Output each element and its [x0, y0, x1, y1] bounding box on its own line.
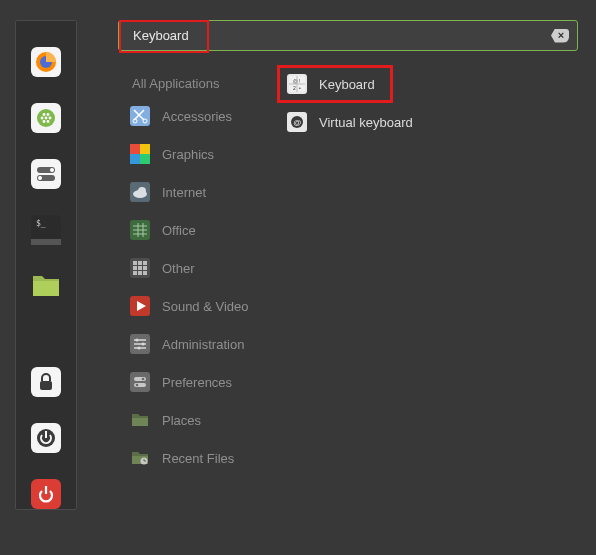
category-label: Sound & Video — [162, 299, 249, 314]
folder-icon — [130, 410, 150, 430]
category-internet[interactable]: Internet — [118, 173, 281, 211]
category-accessories[interactable]: Accessories — [118, 97, 281, 135]
svg-point-37 — [138, 187, 146, 195]
main-panel: All Applications Accessories Graphics In… — [118, 20, 583, 510]
category-label: Internet — [162, 185, 206, 200]
svg-rect-12 — [31, 159, 61, 189]
svg-point-61 — [142, 343, 145, 346]
sliders-icon — [130, 334, 150, 354]
svg-rect-48 — [133, 266, 137, 270]
category-label: Preferences — [162, 375, 232, 390]
svg-rect-49 — [138, 266, 142, 270]
clear-search-icon[interactable] — [551, 29, 569, 43]
svg-point-8 — [43, 113, 46, 116]
svg-point-65 — [142, 378, 145, 381]
category-label: Accessories — [162, 109, 232, 124]
svg-rect-32 — [140, 144, 150, 154]
category-label: Places — [162, 413, 201, 428]
category-label: Other — [162, 261, 195, 276]
svg-text:2: 2 — [293, 85, 296, 91]
at-icon: @ — [287, 112, 307, 132]
grid-icon — [130, 258, 150, 278]
app-label: Virtual keyboard — [319, 115, 413, 130]
category-places[interactable]: Places — [118, 401, 281, 439]
svg-point-11 — [47, 120, 50, 123]
category-label: Administration — [162, 337, 244, 352]
categories-column: All Applications Accessories Graphics In… — [118, 69, 281, 477]
app-virtual-keyboard[interactable]: @ Virtual keyboard — [281, 107, 571, 137]
toggles-icon[interactable] — [30, 159, 62, 189]
power-icon[interactable] — [30, 479, 62, 509]
category-sound-video[interactable]: Sound & Video — [118, 287, 281, 325]
svg-point-10 — [43, 120, 46, 123]
svg-point-16 — [38, 176, 42, 180]
svg-rect-47 — [143, 261, 147, 265]
svg-point-9 — [47, 113, 50, 116]
app-label: Keyboard — [319, 77, 375, 92]
files-icon[interactable] — [30, 271, 62, 299]
svg-rect-53 — [143, 271, 147, 275]
category-office[interactable]: Office — [118, 211, 281, 249]
scissors-icon — [130, 106, 150, 126]
cloud-icon — [130, 182, 150, 202]
svg-text:•: • — [299, 85, 301, 91]
firefox-icon[interactable] — [30, 47, 62, 77]
svg-point-7 — [49, 117, 52, 120]
svg-rect-33 — [130, 154, 140, 164]
all-applications-label: All Applications — [132, 76, 219, 91]
svg-text:@: @ — [293, 118, 301, 127]
spreadsheet-icon — [130, 220, 150, 240]
play-icon — [130, 296, 150, 316]
category-preferences[interactable]: Preferences — [118, 363, 281, 401]
svg-rect-68 — [132, 418, 148, 426]
svg-point-5 — [41, 117, 44, 120]
category-administration[interactable]: Administration — [118, 325, 281, 363]
lock-icon[interactable] — [30, 367, 62, 397]
category-graphics[interactable]: Graphics — [118, 135, 281, 173]
terminal-icon[interactable]: $_ — [30, 215, 62, 245]
svg-text:!: ! — [299, 78, 300, 84]
svg-point-14 — [50, 168, 54, 172]
category-label: Graphics — [162, 147, 214, 162]
svg-rect-34 — [140, 154, 150, 164]
svg-rect-52 — [138, 271, 142, 275]
controls-icon — [130, 372, 150, 392]
category-label: Recent Files — [162, 451, 234, 466]
category-recent-files[interactable]: Recent Files — [118, 439, 281, 477]
svg-rect-31 — [130, 144, 140, 154]
svg-point-62 — [138, 347, 141, 350]
menu-columns: All Applications Accessories Graphics In… — [118, 69, 583, 477]
svg-text:$_: $_ — [36, 219, 46, 228]
keyboard-icon: @!2• — [287, 74, 307, 94]
svg-rect-20 — [33, 281, 59, 296]
svg-rect-50 — [143, 266, 147, 270]
svg-point-67 — [136, 384, 139, 387]
app-keyboard[interactable]: @!2• Keyboard — [281, 69, 571, 99]
folder-recent-icon — [130, 448, 150, 468]
search-field[interactable] — [118, 20, 578, 51]
svg-point-60 — [136, 339, 139, 342]
svg-rect-22 — [40, 381, 52, 390]
favorites-panel: $_ — [15, 20, 77, 510]
category-label: Office — [162, 223, 196, 238]
svg-rect-63 — [130, 372, 150, 392]
category-other[interactable]: Other — [118, 249, 281, 287]
svg-point-6 — [45, 117, 48, 120]
logout-icon[interactable] — [30, 423, 62, 453]
rgb-icon — [130, 144, 150, 164]
chat-icon[interactable] — [30, 103, 62, 133]
svg-rect-46 — [138, 261, 142, 265]
svg-rect-45 — [133, 261, 137, 265]
all-applications[interactable]: All Applications — [118, 69, 281, 97]
svg-rect-51 — [133, 271, 137, 275]
results-column: @!2• Keyboard @ Virtual keyboard — [281, 69, 571, 477]
search-input[interactable] — [119, 21, 551, 50]
svg-rect-18 — [31, 239, 61, 245]
